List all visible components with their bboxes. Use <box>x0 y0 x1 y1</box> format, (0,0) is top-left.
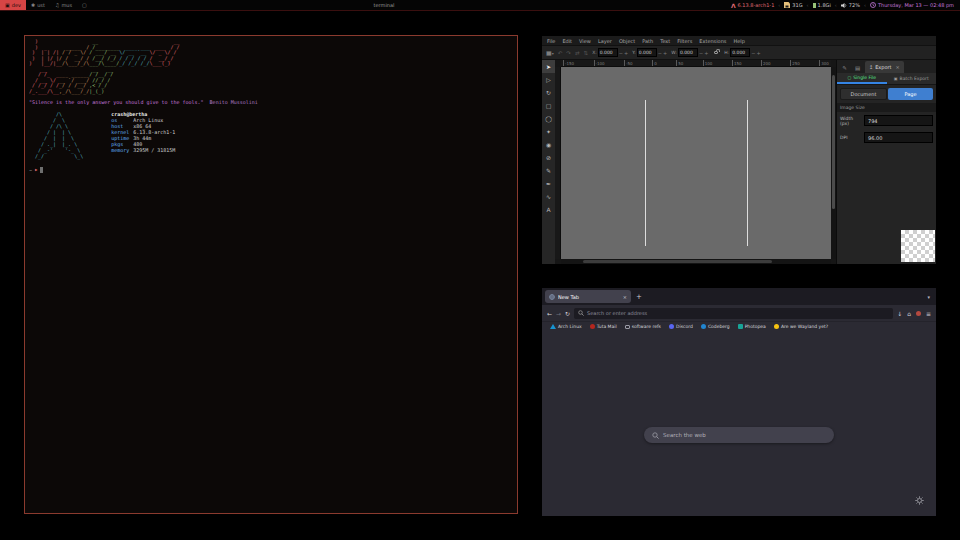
page-settings-gear-icon[interactable] <box>915 496 924 506</box>
pen-tool[interactable]: ✒ <box>542 177 555 190</box>
menu-view[interactable]: View <box>579 38 591 44</box>
browser-window[interactable]: New Tab × + ▾ ← → ↻ Search or enter addr… <box>542 288 936 516</box>
bookmark-item[interactable]: Tuta Mail <box>590 324 617 329</box>
y-coordinate-spinner[interactable]: Y: 0.000 − + <box>632 48 667 57</box>
reload-button[interactable]: ↻ <box>565 310 570 317</box>
terminal-window[interactable]: ) __ __ ) _ _____ / /________ ____ ___ _… <box>24 35 518 514</box>
menu-object[interactable]: Object <box>619 38 635 44</box>
web-search-input[interactable]: Search the web <box>644 427 834 443</box>
width-spinner[interactable]: W: 0.000 − + <box>671 48 708 57</box>
pencil-tool[interactable]: ✎ <box>542 164 555 177</box>
x-coordinate-spinner[interactable]: X: 0.000 − + <box>592 48 628 57</box>
bookmark-item[interactable]: Photopea <box>738 324 766 329</box>
document-button[interactable]: Document <box>840 88 887 100</box>
width-input[interactable]: 794 <box>864 115 933 126</box>
export-dialog-tab[interactable]: ↥ Export × <box>865 61 904 73</box>
decrement-button[interactable]: − <box>699 50 703 56</box>
fill-stroke-dialog-icon[interactable]: ✎ <box>839 62 850 73</box>
drawing-canvas[interactable] <box>561 67 831 259</box>
increment-button[interactable]: + <box>704 50 708 56</box>
h-value[interactable]: 0.000 <box>730 48 750 57</box>
tweak-tool[interactable]: ↻ <box>542 86 555 99</box>
ruler-tick: 0 <box>652 60 657 66</box>
date-time: Thursday, Mar 13 — 02:48 pm <box>878 2 954 8</box>
tab-single-file[interactable]: ▢ Single File <box>837 73 887 84</box>
ellipse-tool[interactable]: ◯ <box>542 112 555 125</box>
eraser-tool[interactable]: ⊘ <box>542 151 555 164</box>
menu-filters[interactable]: Filters <box>677 38 692 44</box>
bookmark-item[interactable]: Discord <box>669 324 693 329</box>
menu-edit[interactable]: Edit <box>562 38 572 44</box>
browser-tab-new-tab[interactable]: New Tab × <box>545 290 631 303</box>
downloads-icon[interactable]: ↓ <box>897 310 902 317</box>
menu-help[interactable]: Help <box>733 38 744 44</box>
vertical-guide[interactable] <box>645 100 646 246</box>
y-value[interactable]: 0.000 <box>637 48 657 57</box>
increment-button[interactable]: + <box>756 50 760 56</box>
close-icon[interactable]: × <box>896 64 900 70</box>
square-icon: ▢ <box>82 2 87 8</box>
tab-batch-export[interactable]: ▣ Batch Export <box>887 73 937 84</box>
decrement-button[interactable]: − <box>619 50 623 56</box>
dock-tab-label: Export <box>875 64 891 70</box>
node-tool[interactable]: ▷ <box>542 73 555 86</box>
dpi-input[interactable]: 96.00 <box>864 132 933 143</box>
extension-icon[interactable] <box>916 311 921 316</box>
text-tool[interactable]: A <box>542 203 555 216</box>
image-size-header: Image Size <box>837 103 936 112</box>
rotate-cw-icon[interactable]: ↷ <box>566 50 571 56</box>
scrollbar-thumb[interactable] <box>832 75 835 209</box>
bookmark-item[interactable]: software refs <box>625 324 661 329</box>
increment-button[interactable]: + <box>663 50 667 56</box>
new-tab-button[interactable]: + <box>636 293 642 301</box>
decrement-button[interactable]: − <box>658 50 662 56</box>
menu-icon[interactable]: ≡ <box>926 310 931 317</box>
menu-layer[interactable]: Layer <box>598 38 612 44</box>
rotate-ccw-icon[interactable]: ↶ <box>558 50 563 56</box>
horizontal-scrollbar[interactable] <box>561 259 831 264</box>
selection-mode-icon[interactable]: ▦▾ <box>546 49 554 56</box>
scrollbar-thumb[interactable] <box>583 260 772 263</box>
x-value[interactable]: 0.000 <box>598 48 618 57</box>
increment-button[interactable]: + <box>624 50 628 56</box>
tag-ust[interactable]: ✱ ust <box>26 0 50 10</box>
search-placeholder: Search the web <box>663 432 706 438</box>
tag-empty[interactable]: ▢ <box>77 0 92 10</box>
decrement-button[interactable]: − <box>751 50 755 56</box>
selector-tool[interactable]: ➤ <box>542 60 555 73</box>
tag-mus[interactable]: ♫ mus <box>50 0 77 10</box>
x-label: X: <box>592 50 597 55</box>
menu-extensions[interactable]: Extensions <box>699 38 726 44</box>
horizontal-ruler[interactable]: -150-100-50050100150200250300 <box>561 60 831 67</box>
flip-vertical-icon[interactable]: ⇅ <box>584 50 589 56</box>
star-tool[interactable]: ✦ <box>542 125 555 138</box>
shell-prompt[interactable]: ~ ▶ <box>29 167 513 173</box>
home-icon[interactable]: ⌂ <box>907 310 911 317</box>
url-bar[interactable]: Search or enter address <box>574 308 893 319</box>
back-button[interactable]: ← <box>547 310 552 317</box>
inkscape-window[interactable]: FileEditViewLayerObjectPathTextFiltersEx… <box>542 36 936 264</box>
close-tab-icon[interactable]: × <box>623 294 627 300</box>
rectangle-tool[interactable]: ▢ <box>542 99 555 112</box>
menu-text[interactable]: Text <box>660 38 670 44</box>
menu-file[interactable]: File <box>547 38 555 44</box>
spiral-tool[interactable]: ◉ <box>542 138 555 151</box>
calligraphy-tool[interactable]: ∿ <box>542 190 555 203</box>
list-tabs-chevron-icon[interactable]: ▾ <box>927 294 933 300</box>
bookmark-item[interactable]: Codeberg <box>701 324 730 329</box>
bookmark-item[interactable]: Arch Linux <box>550 324 582 329</box>
bookmark-item[interactable]: Are we Wayland yet? <box>774 324 828 329</box>
tag-dev[interactable]: ▣ dev <box>0 0 26 10</box>
folder-bookmark-icon <box>625 325 630 329</box>
new-tab-page: Search the web <box>542 331 936 516</box>
menu-path[interactable]: Path <box>642 38 653 44</box>
vertical-guide[interactable] <box>747 100 748 246</box>
w-value[interactable]: 0.000 <box>678 48 698 57</box>
vertical-scrollbar[interactable] <box>831 67 836 259</box>
page-button[interactable]: Page <box>888 88 933 100</box>
flip-horizontal-icon[interactable]: ⇄ <box>575 50 580 56</box>
forward-button[interactable]: → <box>556 310 561 317</box>
layers-dialog-icon[interactable]: ▤ <box>852 62 863 73</box>
height-spinner[interactable]: H: 0.000 − + <box>724 48 760 57</box>
lock-aspect-ratio-icon[interactable] <box>714 51 718 54</box>
